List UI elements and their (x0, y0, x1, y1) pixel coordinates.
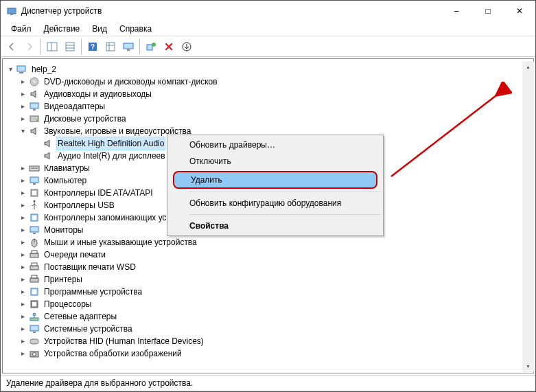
svg-rect-28 (33, 183, 36, 185)
expand-icon[interactable]: ▸ (18, 312, 27, 321)
category-video[interactable]: ▸ Видеоадаптеры (18, 100, 531, 113)
device-label: Аудио Intel(R) для дисплеев (56, 150, 167, 162)
scroll-track[interactable] (522, 73, 534, 360)
expand-icon[interactable]: ▸ (18, 349, 27, 358)
toolbar-help-icon[interactable]: ? (84, 38, 101, 55)
cm-uninstall[interactable]: Удалить (174, 172, 376, 187)
cm-properties[interactable]: Свойства (169, 218, 382, 234)
category-label: Принтеры (43, 273, 84, 286)
expand-icon[interactable]: ▸ (18, 77, 27, 87)
expand-icon[interactable]: ▸ (18, 102, 27, 111)
menu-file[interactable]: Файл (5, 23, 38, 35)
category-net[interactable]: ▸ Сетевые адаптеры (18, 310, 531, 323)
category-audio_io[interactable]: ▸ Аудиовходы и аудиовыходы (18, 88, 531, 100)
category-label: DVD-дисководы и дисководы компакт-дисков (43, 76, 219, 88)
svg-rect-2 (47, 43, 57, 51)
maximize-button[interactable]: □ (472, 1, 504, 21)
mouse-icon (29, 237, 40, 248)
cm-update-drivers[interactable]: Обновить драйверы… (169, 137, 382, 153)
expand-icon[interactable]: ▸ (18, 238, 27, 247)
menu-help[interactable]: Справка (113, 23, 158, 35)
svg-point-15 (152, 43, 156, 47)
expand-icon[interactable]: ▸ (18, 287, 27, 297)
vertical-scrollbar[interactable]: ▲ ▼ (522, 61, 534, 372)
expand-icon[interactable]: ▸ (18, 336, 27, 346)
category-printer[interactable]: ▸ Принтеры (18, 273, 531, 286)
expand-icon[interactable]: ▸ (18, 213, 27, 222)
expand-icon[interactable]: ▸ (18, 324, 27, 334)
category-label: Аудиовходы и аудиовыходы (43, 88, 153, 100)
toolbar-down-icon[interactable] (178, 38, 195, 55)
category-label: Контроллеры USB (43, 199, 116, 211)
category-dvd[interactable]: ▸ DVD-дисководы и дисководы компакт-диск… (18, 76, 531, 88)
svg-rect-52 (33, 332, 36, 333)
expand-icon[interactable]: ▸ (18, 262, 27, 272)
toolbar-scan-icon[interactable] (143, 38, 159, 55)
cm-disable[interactable]: Отключить (169, 153, 382, 170)
storage-icon (29, 212, 40, 223)
expand-icon[interactable]: ▸ (18, 176, 27, 185)
category-label: Клавиатуры (43, 162, 91, 174)
sound-icon (29, 126, 40, 137)
collapse-icon[interactable]: ▾ (5, 65, 15, 74)
expand-icon[interactable]: ▸ (18, 225, 27, 235)
separator (139, 39, 140, 54)
toolbar-icon-4[interactable] (102, 38, 119, 55)
expand-icon[interactable]: ▸ (18, 200, 27, 210)
svg-rect-13 (127, 49, 130, 51)
close-button[interactable]: ✕ (504, 1, 535, 21)
svg-point-20 (34, 81, 36, 83)
category-hid[interactable]: ▸ Устройства HID (Human Interface Device… (18, 335, 531, 347)
svg-rect-41 (32, 263, 37, 266)
dvd-icon (29, 76, 40, 87)
video-icon (29, 101, 40, 112)
separator (40, 39, 41, 54)
expand-icon[interactable]: ▸ (18, 89, 27, 99)
toolbar-monitor-icon[interactable] (120, 38, 137, 55)
category-system[interactable]: ▸ Системные устройства (18, 323, 531, 335)
category-wsd[interactable]: ▸ Поставщик печати WSD (18, 261, 531, 273)
cpu-icon (29, 299, 40, 310)
scroll-down-button[interactable]: ▼ (522, 360, 534, 372)
cm-scan-hardware[interactable]: Обновить конфигурацию оборудования (169, 195, 382, 211)
computer-icon (16, 64, 27, 75)
expand-icon[interactable]: ▸ (18, 163, 27, 173)
category-cpu[interactable]: ▸ Процессоры (18, 298, 531, 310)
intel_disp-icon (43, 150, 54, 161)
expand-icon[interactable]: ▸ (18, 299, 27, 309)
expand-icon[interactable]: ▸ (18, 275, 27, 284)
category-disk[interactable]: ▸ Дисковые устройства (18, 113, 531, 125)
category-label: Компьютер (43, 174, 88, 187)
menu-action[interactable]: Действие (38, 23, 86, 35)
menu-view[interactable]: Вид (86, 23, 113, 35)
category-mouse[interactable]: ▸ Мыши и иные указывающие устройства (18, 236, 531, 249)
cm-separator (189, 192, 381, 192)
svg-rect-34 (30, 227, 38, 232)
expand-icon[interactable]: ▸ (18, 250, 27, 260)
category-label: Дисковые устройства (43, 113, 128, 125)
expand-icon[interactable]: ▸ (18, 188, 27, 198)
back-button[interactable] (3, 38, 20, 55)
toolbar-delete-icon[interactable] (161, 38, 177, 55)
collapse-icon[interactable]: ▾ (18, 126, 27, 136)
ide-icon (29, 187, 40, 198)
category-software[interactable]: ▸ Программные устройства (18, 286, 531, 298)
forward-button[interactable] (21, 38, 38, 55)
category-printq[interactable]: ▸ Очереди печати (18, 249, 531, 261)
imaging-icon (29, 348, 40, 359)
toolbar-icon-2[interactable] (62, 38, 78, 55)
toolbar-icon-1[interactable] (44, 38, 60, 55)
expand-icon[interactable]: ▸ (18, 114, 27, 124)
svg-rect-1 (10, 14, 13, 15)
svg-rect-40 (30, 266, 38, 270)
category-label: Поставщик печати WSD (43, 261, 137, 273)
status-text: Удаление драйвера для выбранного устройс… (6, 378, 193, 388)
category-label: Системные устройства (43, 323, 134, 335)
category-label: Сетевые адаптеры (43, 310, 118, 323)
scroll-up-button[interactable]: ▲ (522, 61, 534, 73)
app-icon (6, 5, 17, 16)
cm-separator (189, 214, 381, 215)
printq-icon (29, 249, 40, 260)
minimize-button[interactable]: – (441, 1, 472, 21)
category-imaging[interactable]: ▸ Устройства обработки изображений (18, 347, 531, 360)
